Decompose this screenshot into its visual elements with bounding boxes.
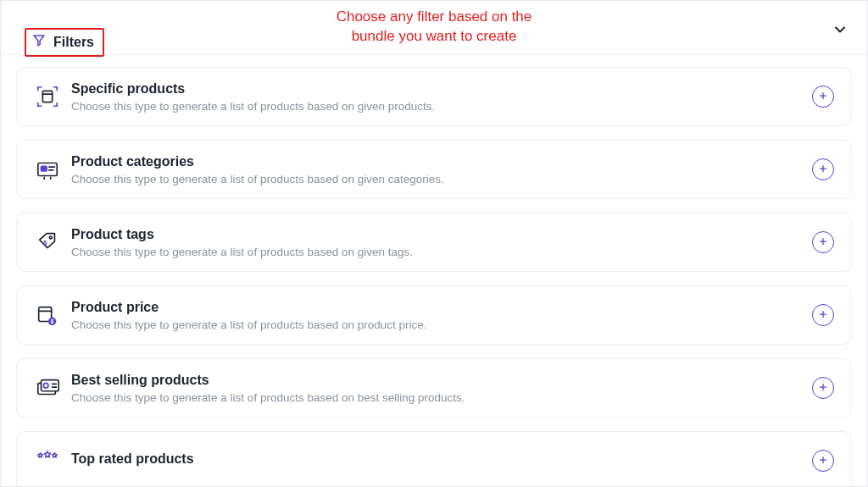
card-desc: Choose this type to generate a list of p…	[71, 246, 812, 258]
svg-point-3	[49, 236, 52, 239]
plus-icon	[818, 453, 828, 468]
card-title: Top rated products	[71, 451, 812, 467]
card-body: Top rated products	[66, 451, 812, 470]
hint-text: Choose any filter based on the bundle yo…	[1, 8, 867, 47]
chevron-down-icon	[832, 26, 849, 41]
svg-rect-2	[42, 166, 47, 171]
filters-panel: Filters Choose any filter based on the b…	[0, 0, 868, 487]
filter-card-best-selling[interactable]: Best selling products Choose this type t…	[16, 358, 852, 418]
card-desc: Choose this type to generate a list of p…	[71, 100, 812, 113]
best-selling-icon	[29, 375, 66, 401]
top-rated-icon	[29, 448, 66, 473]
card-body: Best selling products Choose this type t…	[66, 373, 812, 404]
card-title: Best selling products	[71, 373, 812, 388]
hint-line-2: bundle you want to create	[1, 27, 867, 47]
card-body: Product categories Choose this type to g…	[66, 154, 812, 185]
filter-list: Specific products Choose this type to ge…	[1, 55, 867, 487]
plus-icon	[818, 307, 828, 323]
card-body: Product tags Choose this type to generat…	[66, 227, 812, 258]
plus-icon	[818, 162, 828, 177]
card-title: Product categories	[71, 154, 812, 169]
filter-icon	[31, 33, 47, 52]
filter-card-product-price[interactable]: $ Product price Choose this type to gene…	[16, 285, 852, 345]
filter-card-specific-products[interactable]: Specific products Choose this type to ge…	[16, 67, 852, 126]
specific-products-icon	[29, 84, 66, 109]
filter-card-product-categories[interactable]: Product categories Choose this type to g…	[16, 140, 852, 199]
card-title: Product tags	[71, 227, 812, 242]
add-filter-button[interactable]	[812, 231, 834, 253]
plus-icon	[818, 89, 828, 104]
plus-icon	[818, 380, 828, 396]
product-price-icon: $	[29, 302, 66, 328]
product-tags-icon: $	[29, 230, 66, 255]
plus-icon	[818, 235, 828, 250]
add-filter-button[interactable]	[812, 86, 834, 108]
hint-line-1: Choose any filter based on the	[1, 8, 867, 27]
card-desc: Choose this type to generate a list of p…	[71, 318, 812, 331]
add-filter-button[interactable]	[812, 377, 834, 399]
card-title: Product price	[71, 300, 812, 315]
card-title: Specific products	[71, 81, 812, 97]
collapse-toggle[interactable]	[832, 21, 849, 42]
filters-button[interactable]: Filters	[25, 28, 104, 57]
add-filter-button[interactable]	[812, 304, 834, 326]
card-body: Product price Choose this type to genera…	[66, 300, 812, 331]
card-desc: Choose this type to generate a list of p…	[71, 173, 812, 185]
product-categories-icon	[29, 157, 66, 182]
svg-rect-0	[42, 91, 52, 102]
filter-card-product-tags[interactable]: $ Product tags Choose this type to gener…	[16, 213, 852, 272]
card-desc: Choose this type to generate a list of p…	[71, 391, 812, 404]
panel-header: Filters Choose any filter based on the b…	[1, 1, 867, 55]
filter-card-top-rated[interactable]: Top rated products	[16, 431, 852, 487]
add-filter-button[interactable]	[812, 158, 834, 180]
svg-text:$: $	[51, 318, 54, 325]
card-body: Specific products Choose this type to ge…	[66, 81, 812, 113]
filters-label: Filters	[53, 35, 94, 50]
svg-text:$: $	[43, 239, 47, 246]
add-filter-button[interactable]	[812, 450, 834, 472]
